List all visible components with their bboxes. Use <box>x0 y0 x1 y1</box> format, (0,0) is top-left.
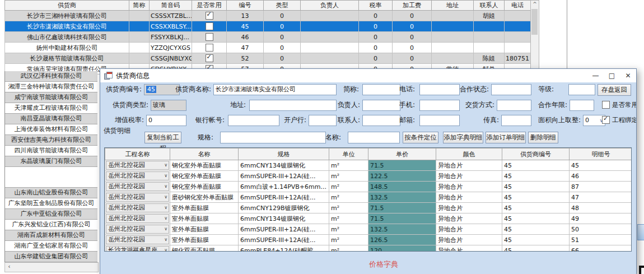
checkbox-icon[interactable] <box>602 116 610 124</box>
list-item[interactable] <box>5 167 97 188</box>
dialog-titlebar[interactable]: 供货商信息 — □ ✕ <box>100 69 636 82</box>
form-field-input[interactable] <box>497 100 531 111</box>
save-return-button[interactable]: 存盘返回 <box>598 84 631 96</box>
column-header[interactable]: 供货商 <box>5 1 129 11</box>
grid-column-header[interactable]: 单价 <box>368 148 436 160</box>
column-header[interactable]: 地址 <box>432 1 474 11</box>
grid-cell[interactable]: 45 <box>502 192 570 203</box>
grid-cell[interactable]: 6mmSUPER-III+12A(硅... <box>239 171 329 182</box>
vertical-scrollbar[interactable]: ^ <box>530 0 539 75</box>
grid-cell[interactable]: 45 <box>502 235 570 245</box>
common-checkbox-icon[interactable] <box>206 22 213 30</box>
grid-cell[interactable]: 室外单面贴膜 <box>170 224 239 235</box>
grid-cell[interactable]: m² <box>329 235 368 245</box>
detail-row[interactable]: 岳州北控花园∨室外单面贴膜6mmSUPER-III+12A(硅...m²126.… <box>105 235 632 245</box>
grid-cell[interactable]: 45 <box>502 213 570 224</box>
name-filter-input[interactable] <box>348 132 400 143</box>
project-combobox[interactable]: 岳州北控花园∨ <box>106 235 169 244</box>
grid-column-header[interactable]: 颜色 <box>436 148 502 160</box>
detail-row[interactable]: 岳州北控花园∨钢化室外单面贴膜6mmCNY134镀膜钢化m²71.5异地合片45… <box>105 160 632 171</box>
grid-cell[interactable]: 6mmPLE84+12A(硅酮胶... <box>239 245 329 252</box>
combo-arrow-icon[interactable]: ∨ <box>164 204 167 212</box>
form-field-input[interactable] <box>419 100 460 111</box>
list-item[interactable]: 南昌亚晶玻璃有限公司 <box>5 114 97 124</box>
grid-cell[interactable]: m² <box>329 224 368 235</box>
scroll-up-icon[interactable]: ^ <box>531 1 539 8</box>
supplier-row[interactable]: 长沙市三湘特种玻璃有限公司CSSSXTZBL...13000胡姐 <box>5 11 531 21</box>
list-item[interactable]: 西安佳吉美电力科技有限公司 <box>5 135 97 146</box>
unit-price-cell[interactable]: 122.5 <box>368 171 436 182</box>
list-item[interactable]: 东晶玻璃厦门有限公司 <box>5 156 97 167</box>
project-combobox[interactable]: 长沙龙湖祺鑫星座∨ <box>106 246 169 252</box>
project-bind-checkbox[interactable]: 工程绑定 <box>602 115 636 124</box>
list-item[interactable]: 山东华建铝业集团有限公司 <box>5 252 97 262</box>
grid-cell[interactable]: 50 <box>570 224 632 235</box>
list-item[interactable]: 山东南山铝业股份有限公司 <box>5 188 97 198</box>
list-item[interactable]: 咸宁南玻节能玻璃有限公司 <box>5 92 97 103</box>
grid-cell[interactable]: 异地合片 <box>436 203 502 213</box>
column-header[interactable]: 联系人 <box>474 1 505 11</box>
list-item[interactable]: 四川南玻节能玻璃有限公司 <box>5 146 97 156</box>
detail-row[interactable]: 长沙龙湖祺鑫星座∨钢化双面不贴膜6mmPLE84+12A(硅酮胶...m²120… <box>105 245 632 252</box>
add-order-detail-button[interactable]: 添加订单明细 <box>486 132 526 143</box>
grid-column-header[interactable]: 名称 <box>170 148 239 160</box>
grid-cell[interactable]: 48 <box>570 203 632 213</box>
project-combobox[interactable]: 岳州北控花园∨ <box>106 193 169 202</box>
locate-by-condition-button[interactable]: 按条件定位 <box>403 132 438 143</box>
combo-arrow-icon[interactable]: ∨ <box>164 236 167 244</box>
combo-arrow-icon[interactable]: ∨ <box>164 193 167 201</box>
unit-price-cell[interactable]: 132.5 <box>368 192 436 203</box>
grid-cell[interactable]: 钢化室外单面贴膜 <box>170 160 239 171</box>
grid-cell[interactable]: 45 <box>502 171 570 182</box>
project-combobox[interactable]: 岳州北控花园∨ <box>106 214 169 223</box>
unit-price-cell[interactable]: 71.5 <box>368 160 436 171</box>
project-combo-cell[interactable]: 长沙龙湖祺鑫星座∨ <box>105 245 170 252</box>
detail-row[interactable]: 岳州北控花园∨钢化室外单面贴膜6mmSUPER-III+12A(硅...m²12… <box>105 171 632 182</box>
combo-arrow-icon[interactable]: ∨ <box>164 161 167 169</box>
checkbox-icon[interactable] <box>602 101 610 109</box>
grid-cell[interactable]: 49 <box>570 213 632 224</box>
close-button[interactable]: ✕ <box>620 69 636 82</box>
project-combobox[interactable]: 岳州北控花园∨ <box>106 182 169 191</box>
list-item[interactable]: 广东中亚铝业有限公司 <box>5 209 97 220</box>
list-item[interactable]: 湖南广亚全铝家居有限公司 <box>5 241 97 252</box>
unit-price-cell[interactable]: 71.5 <box>368 213 436 224</box>
grid-cell[interactable]: 异地合片 <box>436 171 502 182</box>
common-checkbox-icon[interactable] <box>206 44 213 52</box>
detail-row[interactable]: 岳州北控花园∨磨砂钢化室外单面贴膜6mmSUPER-III+12A(硅...m²… <box>105 192 632 203</box>
combo-arrow-icon[interactable]: ∨ <box>164 172 167 180</box>
column-header[interactable]: 负责人 <box>301 1 359 11</box>
grid-cell[interactable]: 45 <box>570 160 632 171</box>
suppliers-table[interactable]: 供货商简称简音码是否常用编号类型负责人税率加工费地址联系人电话长沙市三湘特种玻璃… <box>4 0 531 75</box>
combo-arrow-icon[interactable]: ∨ <box>164 215 167 222</box>
list-item[interactable]: 湘潭三金特种玻璃有限责任公司 <box>5 82 97 92</box>
project-combo-cell[interactable]: 岳州北控花园∨ <box>105 203 170 213</box>
add-dictionary-detail-button[interactable]: 添加字典明细 <box>443 132 483 143</box>
form-field-input[interactable] <box>570 100 594 111</box>
grid-cell[interactable]: m² <box>329 203 368 213</box>
horizontal-scrollbar[interactable]: ‹ <box>4 262 99 272</box>
unit-price-cell[interactable]: 132.5 <box>368 224 436 235</box>
supplier-list-left[interactable]: 武汉亿泽科技有限公司湘潭三金特种玻璃有限责任公司咸宁南玻节能玻璃有限公司天津耀皮… <box>4 71 97 262</box>
project-combo-cell[interactable]: 岳州北控花园∨ <box>105 213 170 224</box>
project-combobox[interactable]: 岳州北控花园∨ <box>106 161 169 170</box>
column-header[interactable]: 类型 <box>264 1 301 11</box>
project-combo-cell[interactable]: 岳州北控花园∨ <box>105 171 170 182</box>
combo-arrow-icon[interactable]: ∨ <box>164 183 167 191</box>
grid-cell[interactable]: 6mmCNY129B镀膜钢化 <box>239 203 329 213</box>
maximize-button[interactable]: □ <box>604 69 620 82</box>
list-item[interactable]: 广东兴发铝业(江西)有限公司 <box>5 220 97 230</box>
grid-cell[interactable]: 异地合片 <box>436 182 502 192</box>
column-header[interactable]: 税率 <box>359 1 393 11</box>
grid-cell[interactable]: 6mmCNY134镀膜钢化 <box>239 160 329 171</box>
project-combo-cell[interactable]: 岳州北控花园∨ <box>105 235 170 245</box>
project-combobox[interactable]: 岳州北控花园∨ <box>106 171 169 180</box>
project-combo-cell[interactable]: 岳州北控花园∨ <box>105 224 170 235</box>
grid-cell[interactable]: 45 <box>502 160 570 171</box>
supplier-row[interactable]: 长沙晟格节能玻璃有限公司CSSGJNBLYXGS52000陈姐180751 <box>5 53 531 64</box>
detail-row[interactable]: 岳州北控花园∨室外单面贴膜6mmCNY129B镀膜钢化m²71.5异地合片454… <box>105 203 632 213</box>
grid-cell[interactable]: m² <box>329 192 368 203</box>
grid-column-header[interactable]: 规格 <box>239 148 329 160</box>
grid-cell[interactable]: 6mmSUPER-III+12A(硅... <box>239 192 329 203</box>
scroll-left-icon[interactable]: ‹ <box>5 263 13 271</box>
